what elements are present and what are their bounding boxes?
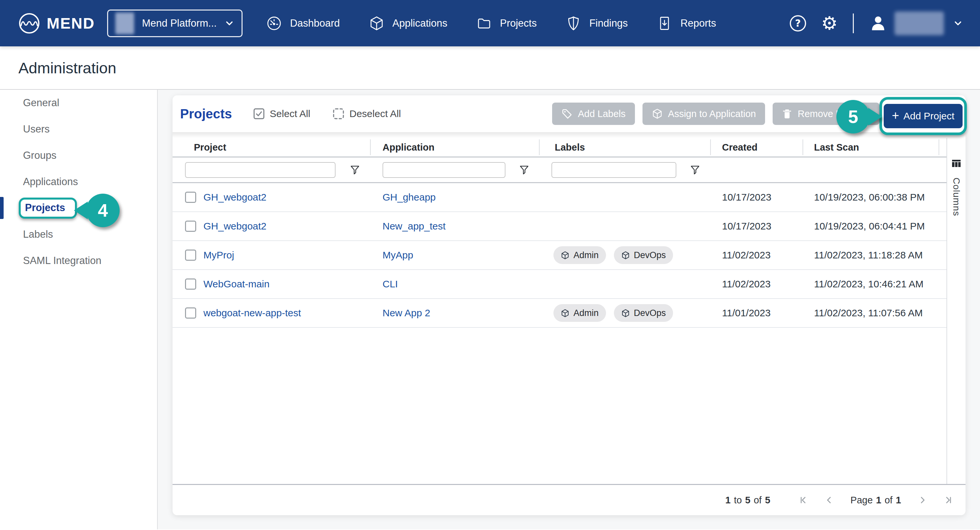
gauge-icon	[266, 16, 282, 31]
user-menu-chevron-down-icon[interactable]	[953, 19, 963, 28]
label-chip[interactable]: Admin	[554, 304, 606, 322]
project-link[interactable]: WebGoat-main	[204, 279, 269, 290]
application-filter-funnel-icon[interactable]	[519, 165, 529, 175]
sidebar-item-saml-integration[interactable]: SAML Integration	[0, 248, 157, 274]
nav-item-label: Projects	[500, 18, 537, 29]
annotation-step-4-arrow	[74, 202, 88, 219]
organization-thumbnail-redacted	[115, 13, 134, 34]
nav-item-label: Dashboard	[290, 18, 340, 29]
column-header-project[interactable]: Project	[173, 138, 370, 156]
column-header-last-scan[interactable]: Last Scan	[803, 138, 947, 156]
application-link[interactable]: GH_gheapp	[383, 192, 436, 203]
columns-grid-icon	[951, 159, 962, 168]
user-avatar-icon[interactable]	[869, 14, 887, 33]
row-checkbox[interactable]	[185, 279, 196, 290]
annotation-step-5-frame: + Add Project	[880, 97, 967, 135]
label-chip[interactable]: DevOps	[614, 304, 673, 322]
folder-icon	[476, 16, 492, 31]
labels-filter-funnel-icon[interactable]	[690, 165, 700, 175]
assign-to-application-button[interactable]: Assign to Application	[643, 103, 765, 125]
created-date: 10/17/2023	[710, 192, 803, 203]
project-link[interactable]: webgoat-new-app-test	[204, 307, 301, 318]
sidebar-item-groups[interactable]: Groups	[0, 142, 157, 169]
chevron-down-icon	[224, 19, 234, 28]
nav-item-findings[interactable]: Findings	[566, 16, 628, 31]
row-checkbox[interactable]	[185, 307, 196, 318]
mend-logo[interactable]: MEND	[18, 13, 95, 34]
column-header-application[interactable]: Application	[370, 138, 539, 156]
brand-name: MEND	[47, 14, 95, 32]
last-page-icon[interactable]	[943, 495, 952, 505]
annotation-step-5-number: 5	[836, 100, 870, 134]
cube-icon	[369, 16, 385, 31]
deselect-all-button[interactable]: Deselect All	[332, 108, 401, 120]
label-chip[interactable]: Admin	[554, 246, 606, 264]
add-labels-label: Add Labels	[578, 108, 625, 119]
table-filter-row	[173, 158, 947, 183]
page-title-bar: Administration	[0, 46, 980, 90]
table-row: MyProj MyApp Admin DevOps	[173, 241, 947, 270]
last-scan-date: 11/02/2023, 10:46:21 AM	[803, 279, 947, 290]
first-page-icon[interactable]	[799, 495, 808, 505]
application-link[interactable]: MyApp	[383, 250, 413, 261]
application-link[interactable]: New_app_test	[383, 221, 445, 232]
bulk-action-buttons: Add Labels Assign to Application Remove …	[552, 103, 880, 125]
sidebar-item-label: General	[23, 97, 59, 109]
sidebar-item-labels[interactable]: Labels	[0, 221, 157, 248]
project-link[interactable]: GH_webgoat2	[204, 192, 267, 203]
dashed-square-icon	[332, 108, 344, 120]
application-link[interactable]: CLI	[383, 279, 398, 290]
pagination-page-label: Page1of1	[851, 495, 901, 506]
gear-icon[interactable]: ⚙	[821, 14, 838, 33]
organization-selector[interactable]: Mend Platform...	[107, 10, 243, 37]
navbar-right-cluster: ? ⚙	[789, 11, 963, 35]
add-labels-button[interactable]: Add Labels	[552, 103, 635, 125]
row-checkbox[interactable]	[185, 250, 196, 261]
sidebar-item-label: Groups	[23, 150, 57, 161]
columns-panel-label: Columns	[951, 178, 962, 216]
annotation-step-4: 4	[86, 194, 119, 227]
organization-selector-label: Mend Platform...	[142, 18, 216, 29]
nav-item-dashboard[interactable]: Dashboard	[266, 16, 340, 31]
active-item-indicator-bar	[0, 197, 4, 219]
projects-toolbar: Projects Select All Deselect All Add Lab…	[173, 95, 966, 132]
cube-icon	[652, 108, 663, 119]
application-filter-input[interactable]	[383, 162, 506, 178]
select-all-button[interactable]: Select All	[253, 108, 310, 120]
sidebar-item-general[interactable]: General	[0, 90, 157, 116]
column-header-created[interactable]: Created	[710, 138, 803, 156]
columns-panel-toggle[interactable]: Columns	[947, 138, 966, 484]
label-chip[interactable]: DevOps	[614, 246, 673, 264]
project-link[interactable]: MyProj	[204, 250, 234, 261]
sidebar-item-label: Applications	[23, 176, 78, 188]
row-checkbox[interactable]	[185, 192, 196, 203]
project-filter-input[interactable]	[185, 162, 336, 178]
add-project-button[interactable]: + Add Project	[884, 104, 963, 128]
table-row: GH_webgoat2 GH_gheapp 10/17/2023 10/19/2…	[173, 183, 947, 212]
previous-page-icon[interactable]	[825, 495, 834, 505]
labels-filter-input[interactable]	[552, 162, 676, 178]
annotation-step-4-ring: Projects	[19, 197, 77, 219]
application-link[interactable]: New App 2	[383, 307, 430, 318]
nav-item-applications[interactable]: Applications	[369, 16, 447, 31]
projects-heading: Projects	[180, 107, 232, 121]
navbar-divider	[853, 13, 854, 33]
next-page-icon[interactable]	[918, 495, 927, 505]
sidebar-item-users[interactable]: Users	[0, 116, 157, 142]
nav-item-projects[interactable]: Projects	[476, 16, 537, 31]
project-filter-funnel-icon[interactable]	[350, 165, 360, 175]
nav-item-reports[interactable]: Reports	[657, 16, 716, 31]
last-scan-date: 11/02/2023, 11:07:56 AM	[803, 307, 947, 318]
nav-item-label: Findings	[589, 18, 628, 29]
help-icon[interactable]: ?	[789, 14, 807, 32]
content-area: Projects Select All Deselect All Add Lab…	[158, 90, 980, 529]
last-scan-date: 10/19/2023, 06:04:41 PM	[803, 221, 947, 232]
project-link[interactable]: GH_webgoat2	[204, 221, 267, 232]
column-header-labels[interactable]: Labels	[539, 138, 710, 156]
sidebar-item-label: SAML Integration	[23, 255, 101, 267]
cube-icon	[621, 251, 630, 260]
report-icon	[657, 16, 672, 31]
sidebar-item-applications[interactable]: Applications	[0, 169, 157, 195]
table-row: GH_webgoat2 New_app_test 10/17/2023 10/1…	[173, 212, 947, 241]
row-checkbox[interactable]	[185, 221, 196, 232]
